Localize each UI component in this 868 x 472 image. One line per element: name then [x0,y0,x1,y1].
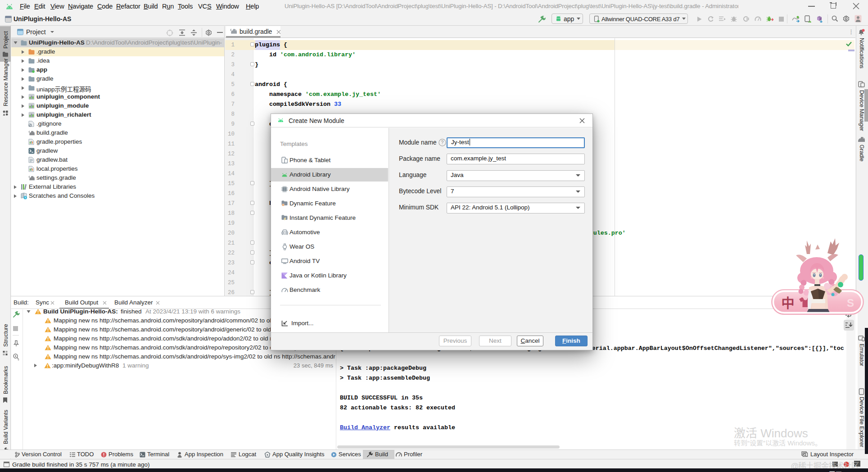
svg-text:S: S [847,297,854,309]
svg-text:?: ? [441,140,444,145]
svg-text:中: 中 [781,296,794,311]
